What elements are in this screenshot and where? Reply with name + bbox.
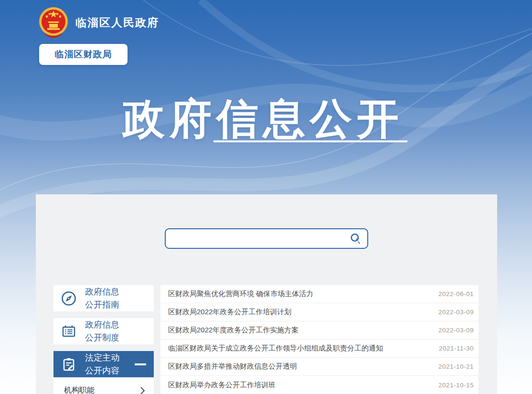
- chevron-right-icon: [140, 386, 145, 394]
- sidebar-item-label-line1: 法定主动: [85, 351, 119, 364]
- news-title: 区财政局多措并举推动财政信息公开透明: [168, 362, 297, 371]
- sidebar-item-label-line2: 公开内容: [85, 364, 119, 377]
- news-date: 2021-11-30: [439, 345, 474, 352]
- sidebar-item-label-line2: 公开指南: [85, 298, 119, 311]
- page-title: 政府信息公开: [0, 91, 526, 148]
- sidebar-subitem-label: 机构职能: [64, 385, 95, 394]
- sidebar-item-statutory-disclosure[interactable]: 法定主动 公开内容: [53, 351, 154, 377]
- news-list-item[interactable]: 临淄区财政局关于成立政务公开工作领导小组组成及职责分工的通知 2021-11-3…: [160, 340, 479, 358]
- news-list-item[interactable]: 区财政局多措并举推动财政信息公开透明 2021-10-21: [160, 358, 479, 376]
- sidebar: 政府信息 公开指南 政府信息 公开制度: [53, 285, 154, 394]
- sidebar-item-label-line1: 政府信息: [85, 319, 119, 331]
- search-icon: [350, 233, 362, 245]
- notebook-icon: [60, 323, 77, 340]
- news-title: 区财政局举办政务公开工作培训班: [168, 381, 276, 390]
- news-title: 区财政局聚焦优化营商环境 确保市场主体活力: [168, 289, 313, 298]
- news-list-item[interactable]: 区财政局举办政务公开工作培训班 2021-10-15: [160, 376, 479, 394]
- site-name: 临淄区人民政府: [75, 15, 159, 30]
- sidebar-item-disclosure-system[interactable]: 政府信息 公开制度: [53, 318, 154, 344]
- compass-icon: [60, 290, 77, 307]
- search-box: [165, 228, 368, 249]
- site-header: 临淄区人民政府: [38, 7, 159, 38]
- news-date: 2021-10-15: [438, 382, 474, 389]
- news-list-item[interactable]: 区财政局2022年度政务公开工作实施方案 2022-03-09: [160, 321, 479, 340]
- title-underline: [213, 140, 407, 142]
- content-panel: 政府信息 公开指南 政府信息 公开制度: [36, 194, 497, 394]
- search-button[interactable]: [348, 229, 367, 248]
- news-date: 2022-03-09: [438, 309, 474, 316]
- news-date: 2022-03-09: [438, 327, 474, 334]
- news-title: 临淄区财政局关于成立政务公开工作领导小组组成及职责分工的通知: [168, 344, 383, 353]
- news-date: 2022-06-01: [438, 290, 474, 298]
- sidebar-item-disclosure-guide[interactable]: 政府信息 公开指南: [53, 285, 154, 311]
- news-title: 区财政局2022年政务公开工作培训计划: [168, 308, 291, 317]
- department-button[interactable]: 临淄区财政局: [39, 44, 128, 65]
- news-list: 区财政局聚焦优化营商环境 确保市场主体活力 2022-06-01 区财政局202…: [160, 285, 479, 394]
- sidebar-item-label-line1: 政府信息: [85, 286, 119, 298]
- news-list-item[interactable]: 区财政局聚焦优化营商环境 确保市场主体活力 2022-06-01: [160, 285, 479, 303]
- search-input[interactable]: [166, 229, 348, 248]
- news-list-item[interactable]: 区财政局2022年政务公开工作培训计划 2022-03-09: [160, 303, 479, 321]
- clipboard-pen-icon: [60, 356, 77, 373]
- sidebar-item-label-line2: 公开制度: [85, 331, 119, 344]
- collapse-minus-icon[interactable]: [135, 363, 146, 365]
- news-title: 区财政局2022年度政务公开工作实施方案: [168, 326, 298, 335]
- news-date: 2021-10-21: [438, 363, 474, 370]
- national-emblem-icon: [38, 7, 69, 38]
- sidebar-subitem-agency-functions[interactable]: 机构职能: [53, 377, 154, 394]
